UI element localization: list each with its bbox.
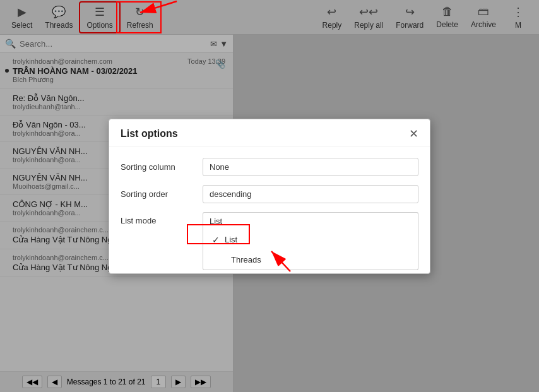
check-icon: ✓ [212, 235, 220, 245]
modal-title: List options [121, 128, 178, 140]
list-options-modal: List options ✕ Sorting column Sorting or… [109, 119, 430, 274]
sorting-order-label: Sorting order [121, 189, 203, 199]
dropdown-item-threads[interactable]: Threads [203, 250, 418, 270]
sorting-column-input[interactable] [203, 158, 418, 176]
list-mode-label-text: List mode [121, 216, 156, 225]
sorting-column-field [203, 158, 418, 176]
sorting-column-row: Sorting column [121, 158, 418, 176]
sorting-order-row: Sorting order [121, 185, 418, 203]
dropdown-item-threads-label: Threads [231, 255, 261, 264]
sorting-column-label: Sorting column [121, 162, 203, 172]
modal-overlay: List options ✕ Sorting column Sorting or… [0, 0, 539, 392]
list-mode-label: List mode [121, 216, 203, 225]
list-mode-input[interactable] [203, 212, 418, 230]
main-layout: 🔍 ✉ ▼ trolykinhdoanh@orainchem.com Today… [0, 35, 539, 392]
sorting-order-input[interactable] [203, 185, 418, 203]
dropdown-list: ✓ List Threads [203, 230, 418, 270]
dropdown-item-list-label: List [225, 235, 237, 244]
list-mode-dropdown[interactable]: ✓ List Threads [203, 212, 418, 230]
modal-header: List options ✕ [109, 119, 430, 146]
dropdown-item-list[interactable]: ✓ List [203, 230, 418, 250]
sorting-order-field [203, 185, 418, 203]
modal-close-button[interactable]: ✕ [409, 128, 418, 140]
list-mode-row: List mode ✓ List Threads [121, 212, 418, 230]
modal-body: Sorting column Sorting order List mode [109, 146, 430, 230]
